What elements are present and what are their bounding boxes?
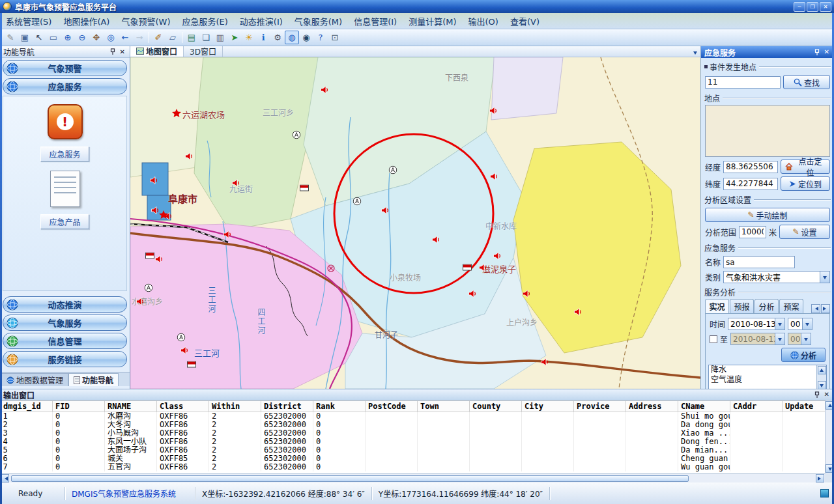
to-checkbox[interactable] xyxy=(710,335,717,343)
tab-3d-window[interactable]: 3D窗口 xyxy=(184,46,223,57)
location-search-input[interactable] xyxy=(705,76,781,89)
full-extent-icon[interactable]: ◎ xyxy=(104,31,118,44)
previous-view-icon[interactable]: ← xyxy=(118,31,132,44)
dropdown-arrow-icon[interactable] xyxy=(802,318,812,329)
table-row[interactable]: 70五官沟OXFF8626523020000Wu guan gou xyxy=(1,463,826,471)
close-panel-icon[interactable]: ✕ xyxy=(119,49,126,55)
export-icon[interactable]: ⊡ xyxy=(328,31,342,44)
star-icon[interactable] xyxy=(172,109,181,118)
select-features-icon[interactable]: ▣ xyxy=(18,31,32,44)
dropdown-arrow-icon[interactable] xyxy=(820,272,829,283)
table-row[interactable]: 50大面场子沟OXFF8626523020000Da mian... xyxy=(1,446,826,455)
speaker-icon[interactable] xyxy=(468,290,477,298)
close-panel-icon[interactable]: ✕ xyxy=(823,49,831,55)
table-row[interactable]: 60城关OXFF8526523020000Cheng guan xyxy=(1,455,826,463)
tab-function-nav[interactable]: 功能导航 xyxy=(68,373,119,386)
column-header[interactable]: CAddr xyxy=(730,401,783,412)
menu-item[interactable]: 地图操作(A) xyxy=(57,14,115,29)
column-header[interactable]: Town xyxy=(418,401,470,412)
speaker-icon[interactable] xyxy=(185,152,194,161)
map-window-dropdown[interactable] xyxy=(690,49,700,57)
speaker-icon[interactable] xyxy=(150,176,158,185)
column-header[interactable]: Class xyxy=(157,401,209,412)
north-arrow-icon[interactable]: ➤ xyxy=(227,31,242,44)
speaker-icon[interactable] xyxy=(493,252,502,260)
emergency-service-icon[interactable]: ! xyxy=(48,104,83,139)
tips-icon[interactable]: ☀ xyxy=(242,31,256,44)
speaker-icon[interactable] xyxy=(223,231,232,239)
column-header[interactable]: PostCode xyxy=(366,401,418,412)
flag-icon[interactable] xyxy=(463,264,472,272)
element-item[interactable]: 空气温度 xyxy=(709,375,816,385)
info-icon[interactable]: ℹ xyxy=(256,31,270,44)
speaker-icon[interactable] xyxy=(155,255,164,264)
copy-map-icon[interactable]: ❏ xyxy=(199,31,213,44)
column-header[interactable]: District xyxy=(261,401,313,412)
circle-x-icon[interactable] xyxy=(327,264,335,272)
menu-item[interactable]: 气象服务(M) xyxy=(289,14,348,29)
menu-item[interactable]: 查看(V) xyxy=(504,14,545,29)
nav-button-service-links[interactable]: 服务链接 xyxy=(3,351,127,367)
tab-scroll-right-button[interactable] xyxy=(821,304,830,313)
service-name-input[interactable] xyxy=(723,256,795,268)
speaker-icon[interactable] xyxy=(479,264,487,272)
speaker-icon[interactable] xyxy=(136,298,145,306)
menu-item[interactable]: 系统管理(S) xyxy=(0,14,57,29)
menu-item[interactable]: 输出(O) xyxy=(463,14,504,29)
star-icon[interactable] xyxy=(159,210,168,219)
pan-hand-icon[interactable]: ✥ xyxy=(89,31,104,44)
nav-button-weather-service[interactable]: 气象服务 xyxy=(3,315,127,331)
end-date-select[interactable]: 2010-08-13 xyxy=(730,333,785,345)
nav-button-weather-warning[interactable]: 气象预警 xyxy=(3,60,127,76)
start-date-select[interactable]: 2010-08-13 xyxy=(728,318,785,330)
menu-item[interactable]: 应急服务(E) xyxy=(176,14,233,29)
column-header[interactable]: FID xyxy=(53,401,105,412)
analysis-tab[interactable]: 实况 xyxy=(705,299,729,313)
scroll-right-button[interactable] xyxy=(816,474,824,483)
speaker-icon[interactable] xyxy=(381,206,390,215)
analysis-tab[interactable]: 分析 xyxy=(755,299,779,313)
zoom-out-icon[interactable]: ⊖ xyxy=(75,31,89,44)
find-button[interactable]: 查找 xyxy=(783,75,830,89)
column-header[interactable]: City xyxy=(522,401,574,412)
shortcut-emergency-product[interactable]: 应急产品 xyxy=(40,214,89,229)
place-list-box[interactable] xyxy=(705,105,830,157)
list-scrollbar[interactable] xyxy=(816,365,826,389)
zoom-window-icon[interactable]: ▭ xyxy=(46,31,61,44)
export-image-icon[interactable]: ▤ xyxy=(184,31,199,44)
speaker-icon[interactable] xyxy=(489,107,498,115)
speaker-icon[interactable] xyxy=(151,206,160,215)
circle-a-icon[interactable] xyxy=(177,333,186,342)
table-row[interactable]: 20大冬沟OXFF8626523020000Da dong gou xyxy=(1,421,826,429)
column-header[interactable]: Address xyxy=(626,401,678,412)
shortcut-emergency-service[interactable]: 应急服务 xyxy=(40,147,89,161)
close-panel-icon[interactable]: ✕ xyxy=(823,391,831,398)
circle-a-icon[interactable] xyxy=(389,166,397,175)
circle-a-icon[interactable] xyxy=(145,284,153,292)
click-locate-button[interactable]: 点击定位 xyxy=(781,160,830,174)
emergency-product-icon[interactable] xyxy=(50,171,80,207)
map-canvas[interactable]: 下西泉六运湖农场三工河乡九运街阜康市中新水库滋泥泉子小泉牧场上户沟乡甘河子三工河… xyxy=(130,57,700,389)
globe-sync-icon[interactable]: ◍ xyxy=(285,31,299,44)
nav-button-info-management[interactable]: 信息管理 xyxy=(3,333,127,349)
analysis-tab[interactable]: 预报 xyxy=(730,299,754,313)
dropdown-arrow-icon[interactable] xyxy=(775,318,784,329)
start-hour-select[interactable]: 00 xyxy=(788,318,812,330)
locate-to-button[interactable]: 定位到 xyxy=(781,176,830,191)
column-header[interactable]: County xyxy=(470,401,522,412)
settings-gear-icon[interactable]: ⚙ xyxy=(270,31,285,44)
menu-item[interactable]: 信息管理(I) xyxy=(348,14,403,29)
pin-icon[interactable] xyxy=(814,391,820,399)
menu-item[interactable]: 测量计算(M) xyxy=(403,14,462,29)
zoom-in-icon[interactable]: ⊕ xyxy=(61,31,75,44)
table-row[interactable]: 40东风一小队OXFF8626523020000Dong fen... xyxy=(1,438,826,446)
speaker-icon[interactable] xyxy=(490,173,498,181)
flag-icon[interactable] xyxy=(300,185,309,192)
next-view-icon[interactable]: → xyxy=(132,31,147,44)
select-arrow-icon[interactable]: ↖ xyxy=(32,31,46,44)
scroll-up-button[interactable] xyxy=(818,366,826,374)
measure-area-icon[interactable]: ▱ xyxy=(165,31,180,44)
dropdown-arrow-icon[interactable] xyxy=(775,333,784,344)
column-header[interactable]: Within xyxy=(209,401,261,412)
restore-button[interactable]: ❐ xyxy=(807,2,818,12)
